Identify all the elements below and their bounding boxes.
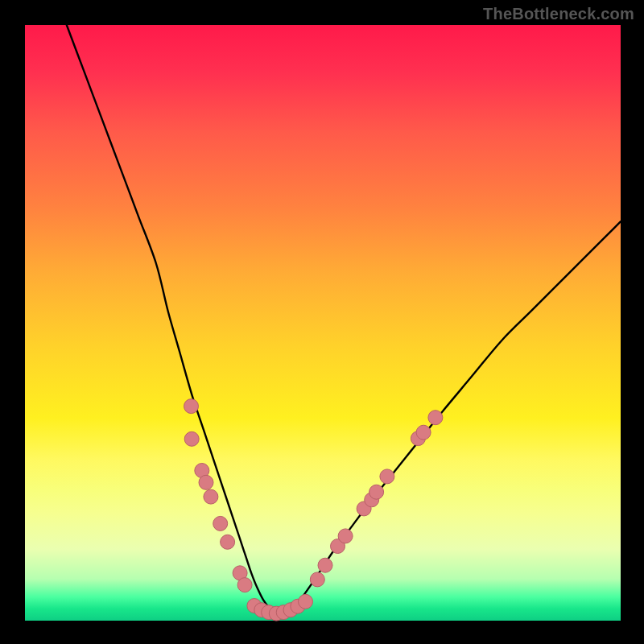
data-marker (428, 411, 443, 425)
data-marker (184, 431, 199, 446)
credit-watermark: TheBottleneck.com (483, 5, 634, 23)
data-marker (416, 425, 431, 440)
data-marker (204, 489, 218, 504)
data-marker (369, 485, 384, 499)
curve-svg (25, 25, 621, 621)
bottleneck-curve (67, 25, 621, 613)
data-marker (380, 469, 394, 484)
data-marker (237, 578, 252, 592)
data-marker (299, 594, 313, 609)
chart-frame: TheBottleneck.com (0, 0, 644, 644)
data-markers (184, 399, 443, 621)
plot-area (25, 25, 621, 621)
data-marker (213, 516, 228, 530)
data-marker (184, 399, 199, 414)
data-marker (199, 475, 213, 489)
data-marker (221, 535, 235, 549)
data-marker (318, 558, 332, 572)
data-marker (310, 572, 324, 587)
data-marker (338, 529, 353, 543)
